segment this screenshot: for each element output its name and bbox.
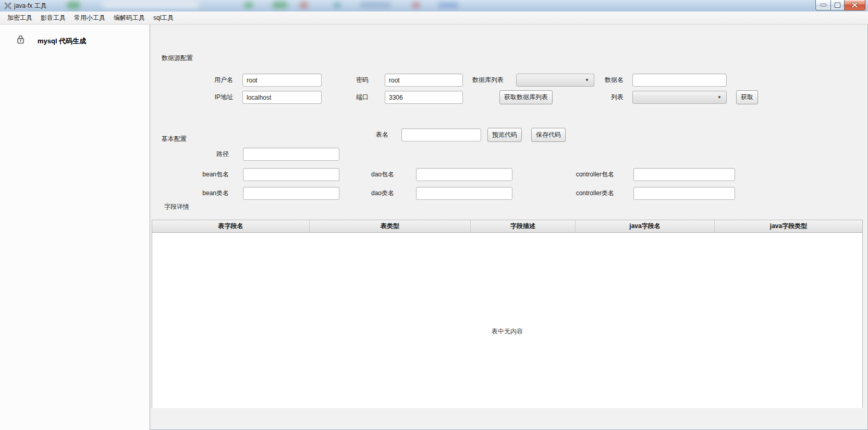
column-header-table-field[interactable]: 表字段名 <box>152 220 310 232</box>
database-name-input[interactable] <box>632 74 727 87</box>
sidebar: mysql 代码生成 <box>0 25 150 430</box>
dao-class-input[interactable] <box>416 187 512 200</box>
database-list-label: 数据库列表 <box>457 74 504 87</box>
port-input[interactable] <box>385 91 463 104</box>
titlebar-blur-decoration <box>300 2 308 8</box>
username-input[interactable] <box>242 74 322 87</box>
column-header-java-field[interactable]: java字段名 <box>576 220 715 232</box>
dao-package-label: dao包名 <box>347 168 394 181</box>
column-header-table-type[interactable]: 表类型 <box>310 220 471 232</box>
fetch-database-list-button[interactable]: 获取数据库列表 <box>499 90 553 104</box>
table-list-label: 列表 <box>577 91 624 104</box>
minimize-button[interactable] <box>815 0 830 10</box>
menu-item-codec-tools[interactable]: 编解码工具 <box>109 11 149 25</box>
fields-table: 表字段名 表类型 字段描述 java字段名 java字段类型 表中无内容 <box>152 220 863 408</box>
window-controls <box>815 0 865 10</box>
preview-code-button[interactable]: 预览代码 <box>487 128 522 142</box>
titlebar[interactable]: java-fx 工具 <box>0 0 868 12</box>
password-label: 密码 <box>322 74 369 87</box>
titlebar-blur-decoration <box>272 2 288 8</box>
dao-class-label: dao类名 <box>347 187 394 200</box>
menu-item-common-tools[interactable]: 常用小工具 <box>70 11 109 25</box>
titlebar-blur-decoration <box>67 2 80 9</box>
maximize-button[interactable] <box>830 0 845 10</box>
port-label: 端口 <box>322 91 369 104</box>
menu-item-encrypt-tools[interactable]: 加密工具 <box>3 11 36 25</box>
lock-icon <box>17 35 24 45</box>
titlebar-blur-decoration <box>244 2 253 8</box>
titlebar-blur-decoration <box>412 3 420 8</box>
table-name-input[interactable] <box>401 128 481 141</box>
menu-item-media-tools[interactable]: 影音工具 <box>36 11 70 25</box>
titlebar-blur-decoration <box>438 3 459 8</box>
application-window: java-fx 工具 加密工具 影音工具 常用小工具 编解码工具 <box>0 0 868 430</box>
table-header-row: 表字段名 表类型 字段描述 java字段名 java字段类型 <box>152 220 862 233</box>
menu-item-sql-tools[interactable]: sql工具 <box>149 11 178 25</box>
controller-class-label: controller类名 <box>557 187 614 200</box>
controller-package-label: controller包名 <box>557 168 614 181</box>
bean-package-label: bean包名 <box>182 168 229 181</box>
ip-input[interactable] <box>242 91 322 104</box>
bean-class-label: bean类名 <box>182 187 229 200</box>
titlebar-blur-decoration <box>334 3 341 8</box>
bean-package-input[interactable] <box>243 168 339 181</box>
chevron-down-icon: ▼ <box>717 95 722 100</box>
table-list-combobox[interactable]: ▼ <box>632 91 727 104</box>
database-name-label: 数据名 <box>577 74 624 87</box>
path-label: 路径 <box>182 148 229 161</box>
basic-section-title: 基本配置 <box>162 135 187 144</box>
fields-section-title: 字段详情 <box>164 202 189 211</box>
dao-package-input[interactable] <box>416 168 512 181</box>
column-header-field-desc[interactable]: 字段描述 <box>471 220 576 232</box>
sidebar-item-mysql-codegen[interactable]: mysql 代码生成 <box>0 30 150 49</box>
save-code-button[interactable]: 保存代码 <box>531 128 566 142</box>
table-body[interactable]: 表中无内容 <box>152 233 862 408</box>
table-empty-placeholder: 表中无内容 <box>152 327 862 336</box>
controller-class-input[interactable] <box>633 187 735 200</box>
app-tools-icon <box>4 2 12 10</box>
datasource-section-title: 数据源配置 <box>162 54 193 63</box>
password-input[interactable] <box>385 74 463 87</box>
bean-class-input[interactable] <box>243 187 339 200</box>
menubar: 加密工具 影音工具 常用小工具 编解码工具 sql工具 <box>0 11 868 25</box>
controller-package-input[interactable] <box>633 168 735 181</box>
window-title: java-fx 工具 <box>14 0 47 11</box>
fetch-button[interactable]: 获取 <box>736 90 758 104</box>
column-header-java-type[interactable]: java字段类型 <box>715 220 862 232</box>
ip-label: IP地址 <box>186 91 233 104</box>
username-label: 用户名 <box>186 74 233 87</box>
close-button[interactable] <box>845 0 865 10</box>
path-input[interactable] <box>243 148 339 161</box>
titlebar-blur-decoration <box>102 1 199 8</box>
sidebar-item-label: mysql 代码生成 <box>38 37 86 46</box>
table-name-label: 表名 <box>341 128 388 141</box>
titlebar-blur-decoration <box>360 2 391 8</box>
